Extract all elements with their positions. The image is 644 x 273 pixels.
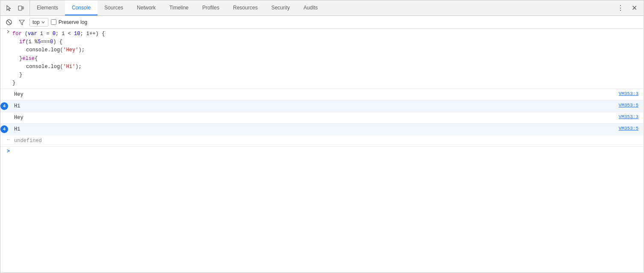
more-tabs-button[interactable]: ⋮: [614, 2, 626, 14]
svg-rect-0: [18, 6, 22, 10]
repeat-badge-2: 4: [0, 125, 8, 133]
code-line-5: console.log('Hi');: [0, 63, 82, 71]
console-input-field[interactable]: [12, 148, 644, 154]
console-output-hey-1: Hey VM353:3: [0, 89, 644, 101]
undefined-text: undefined: [12, 136, 644, 145]
source-link-2[interactable]: VM353:5: [619, 101, 644, 108]
console-output-undefined: ← undefined: [0, 135, 644, 147]
prompt-symbol: >: [7, 148, 10, 154]
tab-elements[interactable]: Elements: [30, 0, 65, 15]
source-link-4[interactable]: VM353:5: [619, 125, 644, 131]
tab-timeline[interactable]: Timeline: [162, 0, 195, 15]
device-toolbar-icon[interactable]: [16, 3, 26, 13]
source-link-3[interactable]: VM353:3: [619, 113, 644, 119]
inspector-cursor-icon[interactable]: [4, 3, 14, 13]
tab-profiles[interactable]: Profiles: [195, 0, 226, 15]
output-text-4: Hi: [12, 125, 619, 134]
console-output: for (var i = 0; i < 10; i++) { if (i % 5…: [0, 29, 644, 273]
context-selector[interactable]: top: [30, 18, 48, 27]
code-line-7: }: [0, 79, 15, 87]
dropdown-arrow-icon: [41, 20, 45, 24]
tab-actions-area: ⋮ ✕: [609, 0, 644, 15]
tab-console[interactable]: Console: [65, 0, 97, 15]
entry-gutter: [0, 90, 12, 91]
clear-console-button[interactable]: [4, 17, 14, 27]
code-line-3: console.log('Hey');: [0, 46, 85, 54]
svg-line-3: [8, 21, 11, 24]
code-line-4: } else {: [0, 55, 38, 63]
tab-sources[interactable]: Sources: [97, 0, 130, 15]
prompt-gutter: >: [0, 148, 12, 154]
devtools-tab-bar: Elements Console Sources Network Timelin…: [0, 0, 644, 16]
console-output-hi-1: 4 Hi VM353:5: [0, 101, 644, 112]
tab-audits[interactable]: Audits: [297, 0, 325, 15]
code-line-1: for (var i = 0; i < 10; i++) {: [0, 30, 105, 38]
close-devtools-button[interactable]: ✕: [628, 2, 640, 14]
console-output-hey-2: Hey VM353:3: [0, 112, 644, 124]
entry-gutter-2: 4: [0, 101, 12, 110]
code-line-6: }: [0, 71, 22, 79]
entry-gutter-4: 4: [0, 125, 12, 133]
entry-gutter-3: [0, 113, 12, 114]
code-line-2: if (i % 5 === 0) {: [0, 38, 62, 46]
svg-rect-1: [22, 7, 24, 9]
preserve-log-checkbox[interactable]: [51, 19, 56, 25]
console-output-hi-2: 4 Hi VM353:5: [0, 124, 644, 135]
source-link-1[interactable]: VM353:3: [619, 90, 644, 96]
repeat-badge-1: 4: [0, 102, 8, 110]
code-text: for (var i = 0; i < 10; i++) {: [12, 30, 105, 38]
console-code-entry: for (var i = 0; i < 10; i++) { if (i % 5…: [0, 29, 644, 89]
output-text-2: Hi: [12, 101, 619, 111]
tab-security[interactable]: Security: [264, 0, 296, 15]
return-arrow-icon: ←: [7, 137, 10, 142]
preserve-log-text: Preserve log: [59, 19, 87, 25]
tab-network[interactable]: Network: [130, 0, 162, 15]
console-toolbar: top Preserve log: [0, 16, 644, 29]
output-text-3: Hey: [12, 113, 619, 122]
tab-resources[interactable]: Resources: [226, 0, 264, 15]
expand-arrow-icon[interactable]: [4, 30, 12, 33]
filter-icon[interactable]: [17, 17, 27, 27]
console-input-line: >: [0, 147, 644, 155]
preserve-log-label[interactable]: Preserve log: [51, 19, 87, 25]
output-text: Hey: [12, 90, 619, 99]
entry-gutter-5: ←: [0, 136, 12, 142]
context-value: top: [32, 19, 40, 25]
svg-marker-4: [19, 20, 24, 25]
